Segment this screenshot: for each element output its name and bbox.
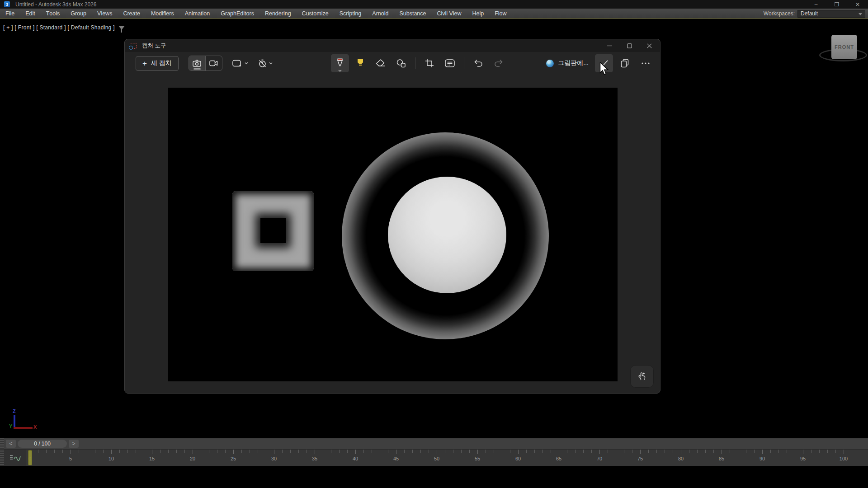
timeline-tick — [209, 450, 209, 453]
timeline-tick — [282, 450, 283, 453]
snipping-tool-app-icon — [130, 43, 137, 49]
timeline-tick — [193, 450, 193, 454]
timeline-tick-label: 10 — [108, 456, 114, 461]
video-camera-icon — [209, 60, 218, 66]
timeline-tick — [713, 450, 714, 453]
menu-civil-view[interactable]: Civil View — [432, 9, 467, 19]
timeline-tick — [795, 450, 795, 453]
timeline-tick — [754, 450, 755, 453]
timeline-tick-label: 5 — [69, 456, 72, 461]
menu-graph-editors[interactable]: Graph Editors — [215, 9, 259, 19]
viewport-label[interactable]: [ + ] [ Front ] [ Standard ] [ Default S… — [3, 24, 125, 31]
toolbar-separator — [464, 57, 464, 69]
timeline-scale[interactable]: 0510152025303540455055606570758085909510… — [30, 450, 844, 466]
timeline-grip[interactable] — [0, 450, 4, 466]
copy-button[interactable] — [616, 54, 634, 72]
open-mini-curve-editor-button[interactable] — [4, 450, 26, 466]
timeline-tick — [778, 450, 779, 453]
menu-help[interactable]: Help — [467, 9, 489, 19]
timeline-tick — [583, 450, 584, 453]
crop-tool[interactable] — [420, 54, 439, 72]
menu-group[interactable]: Group — [65, 9, 92, 19]
snip-maximize-button[interactable] — [619, 39, 639, 52]
timeline-tick — [770, 450, 771, 453]
timer-off-icon — [258, 59, 267, 68]
click-to-do-button[interactable] — [630, 365, 654, 388]
menu-arnold[interactable]: Arnold — [367, 9, 394, 19]
snip-delay-dropdown[interactable] — [258, 59, 273, 68]
timeline-tick — [819, 450, 820, 453]
viewcube[interactable]: FRONT — [831, 35, 857, 59]
trackbar-grip[interactable] — [0, 438, 4, 449]
menu-tools[interactable]: Tools — [41, 9, 66, 19]
timeline-tick — [738, 450, 738, 453]
text-actions-tool[interactable] — [441, 54, 459, 72]
timeline-tick — [380, 450, 380, 453]
timeline-tick — [420, 450, 421, 453]
frame-counter-field[interactable]: 0 / 100 — [18, 440, 67, 448]
redo-button[interactable] — [490, 54, 508, 72]
timeline-tick — [331, 450, 331, 453]
menu-modifiers[interactable]: Modifiers — [146, 9, 179, 19]
timeline-tick — [640, 450, 641, 454]
menu-scripting[interactable]: Scripting — [334, 9, 367, 19]
ballpoint-pen-tool[interactable] — [331, 54, 349, 72]
menu-bar: FileEditToolsGroupViewsCreateModifiersAn… — [0, 9, 868, 19]
sphere-render — [388, 177, 506, 293]
menu-animation[interactable]: Animation — [179, 9, 216, 19]
menu-views[interactable]: Views — [92, 9, 118, 19]
timeline-tick-label: 15 — [149, 456, 155, 461]
rectangle-snip-icon — [232, 60, 242, 67]
snip-title-bar[interactable]: 캡처 도구 — [125, 39, 660, 52]
menu-substance[interactable]: Substance — [394, 9, 431, 19]
menu-edit[interactable]: Edit — [20, 9, 41, 19]
copy-icon — [621, 59, 629, 68]
timeline-tick-label: 40 — [353, 456, 358, 461]
crop-icon — [425, 59, 434, 68]
max-minimize-button[interactable]: – — [806, 0, 826, 9]
world-axis-gizmo: Z X Y — [8, 410, 40, 435]
snip-shape-dropdown[interactable] — [232, 60, 248, 67]
highlighter-tool[interactable] — [351, 54, 369, 72]
timeline-tick — [632, 450, 632, 453]
see-more-button[interactable] — [637, 54, 655, 72]
next-frame-button[interactable]: > — [69, 440, 79, 448]
timeline-tick-label: 25 — [231, 456, 236, 461]
timeline-tick — [103, 450, 104, 453]
timeline-tick — [705, 450, 706, 453]
filter-funnel-icon[interactable] — [118, 26, 125, 30]
undo-button[interactable] — [469, 54, 487, 72]
previous-frame-button[interactable]: < — [6, 440, 16, 448]
shapes-tool[interactable] — [392, 54, 410, 72]
time-slider-handle[interactable] — [28, 450, 32, 465]
timeline-tick — [551, 450, 551, 453]
max-close-button[interactable]: ✕ — [847, 0, 868, 9]
eraser-tool[interactable] — [372, 54, 390, 72]
menu-create[interactable]: Create — [118, 9, 146, 19]
more-icon — [642, 62, 650, 64]
timeline-tick-label: 55 — [475, 456, 480, 461]
workspace-dropdown[interactable]: Default — [797, 10, 865, 18]
menu-flow[interactable]: Flow — [489, 9, 512, 19]
screenshot-mode-button[interactable] — [189, 56, 205, 70]
video-record-mode-button[interactable] — [206, 56, 222, 70]
timeline-tick — [95, 450, 95, 453]
menu-file[interactable]: File — [0, 9, 20, 19]
snip-close-button[interactable] — [639, 39, 659, 52]
timeline-tick — [673, 450, 673, 453]
captured-screenshot[interactable] — [168, 88, 618, 381]
menu-rendering[interactable]: Rendering — [259, 9, 297, 19]
timeline-tick — [315, 450, 315, 454]
max-restore-button[interactable]: ❐ — [826, 0, 847, 9]
timeline-tick — [290, 450, 291, 453]
timeline-tick — [201, 450, 201, 453]
timeline-ruler[interactable]: 0510152025303540455055606570758085909510… — [0, 449, 868, 466]
timeline-tick — [787, 450, 787, 453]
new-capture-button[interactable]: + 새 캡처 — [136, 56, 179, 71]
edit-in-paint-button[interactable]: 그림판에... — [542, 54, 592, 72]
timeline-tick — [689, 450, 689, 453]
menu-customize[interactable]: Customize — [297, 9, 334, 19]
snip-minimize-button[interactable] — [599, 39, 619, 52]
timeline-tick — [38, 450, 38, 453]
timeline-tick-label: 80 — [678, 456, 684, 461]
